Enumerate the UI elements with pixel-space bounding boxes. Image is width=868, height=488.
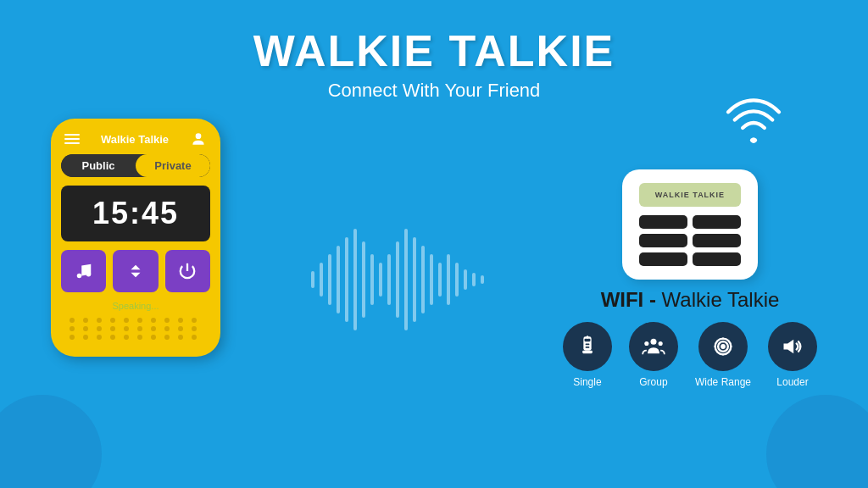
svg-rect-9 [362,241,365,318]
music-icon [75,262,93,280]
dash: - [643,288,661,311]
wide-range-label: Wide Range [695,376,751,388]
svg-rect-22 [472,273,476,286]
header-section: WALKIE TALKIE Connect With Your Friend [0,0,868,102]
wide-range-icon [711,335,735,358]
svg-rect-18 [438,263,442,297]
phone-mockup: Walkie Talkie Public Private 15:45 [51,119,246,357]
tab-switcher: Public Private [61,154,210,177]
feature-group: Group [629,322,678,388]
updown-icon [126,262,145,280]
bg-circle-left [0,395,102,488]
wifi-word: WIFI [601,288,644,311]
feature-wide-range: Wide Range [695,322,751,388]
svg-rect-15 [413,237,416,322]
tab-private[interactable]: Private [136,154,210,177]
svg-point-32 [659,341,663,346]
wt-text: Walkie Talkie [662,288,780,311]
svg-rect-27 [586,347,590,348]
device-btn-5 [639,252,687,266]
svg-rect-20 [455,263,459,297]
svg-rect-26 [586,344,590,346]
svg-marker-34 [784,340,794,353]
svg-rect-7 [345,237,348,322]
group-icon-circle [629,322,678,371]
sound-wave [311,195,498,364]
wide-range-icon-circle [698,322,748,371]
svg-rect-23 [481,275,484,284]
speaker-grill [61,318,210,340]
power-button[interactable] [165,250,210,292]
svg-rect-21 [464,269,467,290]
svg-rect-29 [587,336,588,339]
svg-point-2 [86,272,91,277]
single-label: Single [573,376,601,388]
feature-louder: Louder [768,322,817,388]
timer-display: 15:45 [61,186,210,241]
group-icon [642,335,665,358]
svg-point-33 [721,344,726,349]
device-btn-2 [693,215,741,229]
speaking-text: Speaking... [61,301,210,311]
svg-rect-4 [320,263,323,297]
updown-button[interactable] [113,250,158,292]
walkie-talkie-device: WALKIE TALKIE [622,169,758,280]
hamburger-icon[interactable] [64,134,80,144]
svg-rect-25 [584,339,590,342]
svg-point-31 [644,341,648,346]
control-buttons [61,250,210,292]
bottom-info: WIFI - Walkie Talkie [563,288,817,388]
device-btn-6 [693,252,741,266]
svg-rect-19 [447,254,450,305]
svg-rect-28 [582,351,593,354]
timer-text: 15:45 [61,196,210,231]
svg-rect-13 [396,241,399,318]
single-walkie-icon [576,335,599,358]
device-buttons [639,215,741,266]
feature-single: Single [563,322,612,388]
phone-outer: Walkie Talkie Public Private 15:45 [51,119,220,357]
power-icon [178,262,197,280]
tab-public[interactable]: Public [61,154,136,177]
group-label: Group [639,376,667,388]
svg-rect-11 [379,263,382,297]
single-icon-circle [563,322,612,371]
right-section: WALKIE TALKIE WIFI - Walkie [563,119,817,388]
svg-rect-8 [353,229,357,330]
svg-rect-6 [337,246,340,313]
louder-icon-circle [768,322,817,371]
svg-point-1 [76,274,81,279]
device-screen: WALKIE TALKIE [639,183,741,207]
device-btn-3 [639,234,687,247]
louder-icon [781,335,804,358]
wifi-icon-container [724,97,783,152]
svg-rect-17 [430,254,433,305]
svg-rect-5 [328,254,331,305]
bg-circle-right [766,395,868,488]
wifi-label: WIFI - Walkie Talkie [563,288,817,312]
phone-status-bar: Walkie Talkie [61,130,210,147]
svg-rect-14 [404,229,408,330]
feature-icons: Single Group [563,322,817,388]
phone-app-name: Walkie Talkie [101,133,169,146]
svg-rect-10 [370,254,374,305]
app-title: WALKIE TALKIE [0,25,868,76]
svg-rect-16 [421,246,425,313]
svg-point-0 [196,133,202,139]
content-area: Walkie Talkie Public Private 15:45 [0,110,868,398]
svg-point-30 [650,339,656,345]
svg-rect-12 [387,254,391,305]
device-screen-text: WALKIE TALKIE [655,191,725,199]
music-button[interactable] [61,250,106,292]
louder-label: Louder [776,376,808,388]
wave-area [246,161,563,398]
device-btn-1 [639,215,687,229]
svg-rect-3 [311,271,314,288]
wifi-signal-icon [724,97,783,148]
user-icon[interactable] [190,130,207,147]
device-btn-4 [693,234,741,247]
